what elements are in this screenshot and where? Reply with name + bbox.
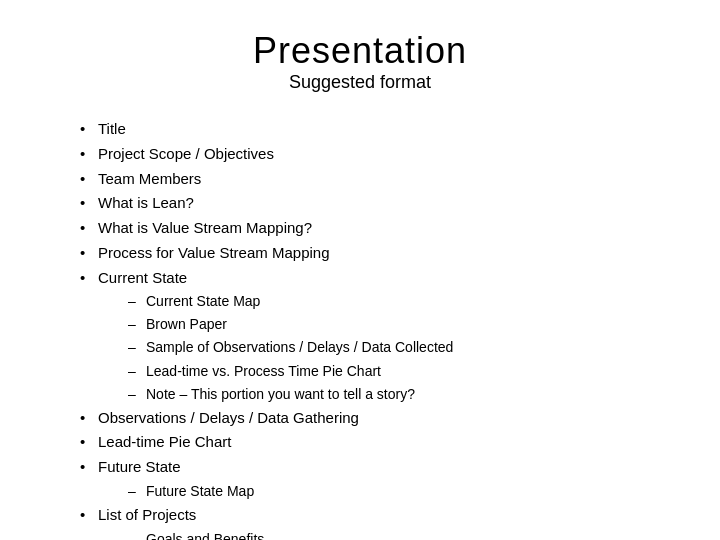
sub-list-item: Sample of Observations / Delays / Data C… [128, 336, 670, 359]
main-list-item-label: Title [98, 120, 126, 137]
main-list-item-project-scope: Project Scope / Objectives [80, 142, 670, 167]
main-list-item-label: Team Members [98, 170, 201, 187]
main-list: TitleProject Scope / ObjectivesTeam Memb… [80, 117, 670, 540]
main-list-item-label: Current State [98, 269, 187, 286]
sub-list-future-state: Future State Map [98, 480, 670, 503]
sub-list-item: Lead-time vs. Process Time Pie Chart [128, 360, 670, 383]
sub-list-list-of-projects: Goals and Benefits [98, 528, 670, 540]
main-list-item-label: What is Lean? [98, 194, 194, 211]
title-section: Presentation Suggested format [253, 30, 467, 93]
main-list-item-label: What is Value Stream Mapping? [98, 219, 312, 236]
main-list-item-list-of-projects: List of ProjectsGoals and Benefits [80, 503, 670, 540]
main-list-item-process-vsm: Process for Value Stream Mapping [80, 241, 670, 266]
sub-list-item: Note – This portion you want to tell a s… [128, 383, 670, 406]
sub-list-item: Current State Map [128, 290, 670, 313]
main-list-item-label: Future State [98, 458, 181, 475]
main-list-item-team-members: Team Members [80, 167, 670, 192]
sub-list-current-state: Current State MapBrown PaperSample of Ob… [98, 290, 670, 405]
main-title: Presentation [253, 30, 467, 72]
main-list-item-label: Project Scope / Objectives [98, 145, 274, 162]
subtitle: Suggested format [253, 72, 467, 93]
content-area: TitleProject Scope / ObjectivesTeam Memb… [50, 117, 670, 540]
main-list-item-future-state: Future StateFuture State Map [80, 455, 670, 503]
sub-list-item: Goals and Benefits [128, 528, 670, 540]
main-list-item-label: List of Projects [98, 506, 196, 523]
main-list-item-current-state: Current StateCurrent State MapBrown Pape… [80, 266, 670, 406]
main-list-item-observations: Observations / Delays / Data Gathering [80, 406, 670, 431]
sub-list-item: Future State Map [128, 480, 670, 503]
main-list-item-title: Title [80, 117, 670, 142]
sub-list-item: Brown Paper [128, 313, 670, 336]
main-list-item-label: Observations / Delays / Data Gathering [98, 409, 359, 426]
main-list-item-what-is-vsm: What is Value Stream Mapping? [80, 216, 670, 241]
main-list-item-label: Process for Value Stream Mapping [98, 244, 330, 261]
main-list-item-label: Lead-time Pie Chart [98, 433, 231, 450]
main-list-item-what-is-lean: What is Lean? [80, 191, 670, 216]
main-list-item-lead-time: Lead-time Pie Chart [80, 430, 670, 455]
